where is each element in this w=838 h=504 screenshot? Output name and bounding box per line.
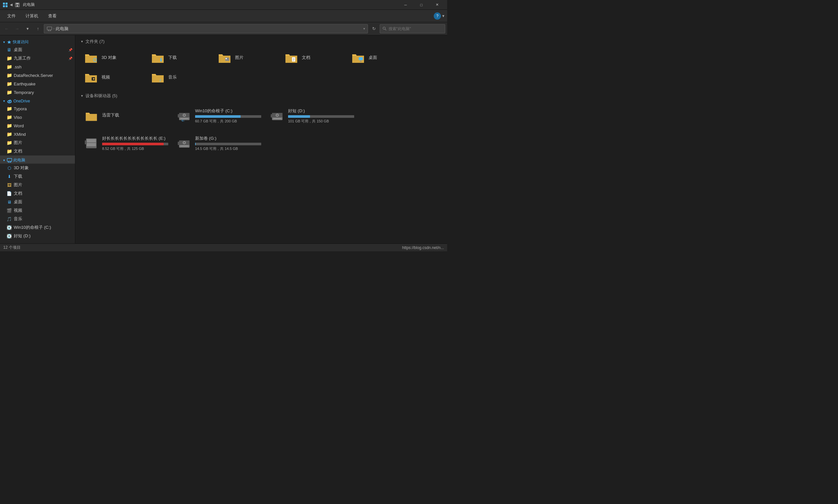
menubar: 文件 计算机 查看 ? ▾ xyxy=(0,10,447,22)
drive-e-bar-wrap xyxy=(102,143,168,145)
folder-card-music[interactable]: ♪ 音乐 xyxy=(147,68,213,86)
drive-c-bar xyxy=(195,115,240,118)
sidebar-item-temporary[interactable]: 📁 Temporary xyxy=(0,88,75,96)
sidebar-item-desktop2[interactable]: 🖥 桌面 xyxy=(0,198,75,206)
svg-rect-54 xyxy=(85,140,87,144)
pin-icon: 📌 xyxy=(68,48,72,52)
drive-d-stats: 101 GB 可用，共 150 GB xyxy=(288,119,354,124)
sidebar-item-jiupai[interactable]: 📁 九派工作 📌 xyxy=(0,54,75,62)
folder-icon: 📁 xyxy=(6,114,12,120)
drive-d-info: 好短 (D:) 101 GB 可用，共 150 GB xyxy=(288,108,354,124)
help-button[interactable]: ? xyxy=(434,13,441,20)
folder-card-docs[interactable]: 文档 xyxy=(281,49,346,67)
sidebar-thispc-header[interactable]: ▼ 此电脑 xyxy=(0,156,75,164)
nav-dropdown-button[interactable]: ▾ xyxy=(23,24,32,33)
drive-card-g[interactable]: 新加卷 (G:) 14.5 GB 可用，共 14.5 GB xyxy=(174,130,265,157)
main-layout: ▼ 快速访问 🖥 桌面 📌 📁 九派工作 📌 xyxy=(0,35,447,244)
drives-section-header[interactable]: ▼ 设备和驱动器 (5) xyxy=(81,93,442,99)
sidebar-item-pictures-od[interactable]: 📁 图片 xyxy=(0,139,75,147)
minimize-button[interactable]: ─ xyxy=(398,0,413,10)
drive-e-icon xyxy=(85,137,98,150)
folder-card-3d[interactable]: ⬡ 3D 对象 xyxy=(81,49,146,67)
folder-icon: 📁 xyxy=(6,123,12,128)
svg-rect-52 xyxy=(87,139,96,142)
sidebar-item-pictures[interactable]: 🖼 图片 xyxy=(0,181,75,189)
sidebar-item-drive-d[interactable]: 💽 好短 (D:) xyxy=(0,232,75,240)
computer-icon xyxy=(47,26,52,32)
sidebar-item-drive-c[interactable]: 💽 Win10的命根子 (C:) xyxy=(0,223,75,232)
sidebar-item-typora[interactable]: 📁 Typora xyxy=(0,104,75,113)
sidebar-item-docs-od[interactable]: 📁 文档 xyxy=(0,147,75,156)
drive-card-xunlei[interactable]: 迅雷下载 xyxy=(81,103,172,129)
refresh-button[interactable]: ↻ xyxy=(369,24,378,33)
svg-point-11 xyxy=(383,27,385,30)
drive-e-name: 好长长长长长长长长长长长长 (E:) xyxy=(102,136,168,141)
drive-card-e[interactable]: 好长长长长长长长长长长长长 (E:) 8.52 GB 可用，共 125 GB xyxy=(81,130,172,157)
sidebar-item-drive-e[interactable]: 💽 好长长长长长长长长长长长长 (E:) xyxy=(0,240,75,241)
folders-section-header[interactable]: ▼ 文件夹 (7) xyxy=(81,39,442,44)
save-icon xyxy=(15,3,20,7)
sidebar-item-viso[interactable]: 📁 Viso xyxy=(0,113,75,122)
sidebar-item-music[interactable]: 🎵 音乐 xyxy=(0,215,75,223)
menu-file[interactable]: 文件 xyxy=(3,10,20,22)
drive-icon: 💽 xyxy=(6,225,12,230)
folder-icon-download: ⬇ xyxy=(150,51,165,64)
back-button[interactable]: ← xyxy=(2,24,11,33)
drive-c-icon: C: xyxy=(177,109,191,123)
folder-icon: 📁 xyxy=(6,106,12,111)
star-icon xyxy=(7,40,12,44)
folder-name: 视频 xyxy=(102,74,110,80)
drive-g-name: 新加卷 (G:) xyxy=(195,136,261,141)
docs-icon: 📄 xyxy=(6,191,12,196)
titlebar-controls: ─ □ ✕ xyxy=(398,0,445,10)
sidebar-item-3d[interactable]: ⬡ 3D 对象 xyxy=(0,164,75,172)
folder-card-video[interactable]: 视频 xyxy=(81,68,146,86)
up-button[interactable]: ↑ xyxy=(33,24,42,33)
menu-computer[interactable]: 计算机 xyxy=(21,10,43,22)
sidebar-quick-access-header[interactable]: ▼ 快速访问 xyxy=(0,37,75,46)
sidebar-item-xmind[interactable]: 📁 XMind xyxy=(0,130,75,139)
folder-icon: 📁 xyxy=(6,90,12,95)
folder-card-pictures[interactable]: 图片 xyxy=(214,49,280,67)
folder-icon-music: ♪ xyxy=(150,71,165,84)
folder-name: 文档 xyxy=(302,55,310,60)
titlebar-title: 此电脑 xyxy=(23,2,396,7)
svg-point-48 xyxy=(277,114,278,116)
folder-icon-desktop xyxy=(351,51,365,64)
folder-card-desktop[interactable]: 桌面 xyxy=(347,49,413,67)
address-path[interactable]: › 此电脑 ▾ xyxy=(44,24,368,33)
maximize-button[interactable]: □ xyxy=(414,0,429,10)
folder-card-download[interactable]: ⬇ 下载 xyxy=(147,49,213,67)
folder-icon: 📁 xyxy=(6,131,12,137)
sidebar-item-earthquake[interactable]: 📁 Earthquake xyxy=(0,79,75,88)
svg-text:C:: C: xyxy=(182,119,184,122)
music-icon: 🎵 xyxy=(6,216,12,221)
forward-button[interactable]: → xyxy=(13,24,22,33)
sidebar-item-word[interactable]: 📁 Word xyxy=(0,122,75,130)
sidebar-item-documents[interactable]: 📄 文档 xyxy=(0,189,75,198)
drive-card-c[interactable]: C: Win10的命根子 (C:) 60.7 GB 可用，共 200 GB xyxy=(174,103,265,129)
addressbar: ← → ▾ ↑ › 此电脑 ▾ ↻ xyxy=(0,22,447,35)
svg-rect-53 xyxy=(87,143,96,146)
onedrive-label: OneDrive xyxy=(14,99,30,104)
video-icon: 🎬 xyxy=(6,208,12,213)
sidebar-item-ssh[interactable]: 📁 .ssh xyxy=(0,62,75,71)
sidebar-item-video[interactable]: 🎬 视频 xyxy=(0,206,75,215)
menu-view[interactable]: 查看 xyxy=(43,10,61,22)
sidebar-item-desktop[interactable]: 🖥 桌面 📌 xyxy=(0,46,75,54)
status-url: https://blog.csdn.net/n... xyxy=(402,246,444,250)
folder-name: 下载 xyxy=(168,55,177,60)
drive-card-d[interactable]: 好短 (D:) 101 GB 可用，共 150 GB xyxy=(266,103,358,129)
drive-d-icon xyxy=(270,109,284,123)
search-box[interactable] xyxy=(380,24,445,33)
svg-point-27 xyxy=(226,58,227,59)
drives-section-label: 设备和驱动器 (5) xyxy=(86,93,118,99)
expand-button[interactable]: ▾ xyxy=(442,14,445,18)
sidebar-item-download[interactable]: ⬇ 下载 xyxy=(0,172,75,181)
desktop-icon: 🖥 xyxy=(6,199,12,204)
search-input[interactable] xyxy=(389,26,442,31)
sidebar-onedrive-header[interactable]: ▼ OneDrive xyxy=(0,96,75,104)
close-button[interactable]: ✕ xyxy=(429,0,445,10)
svg-rect-0 xyxy=(3,3,5,4)
sidebar-item-datarecheck[interactable]: 📁 DataRecheck.Server xyxy=(0,71,75,79)
